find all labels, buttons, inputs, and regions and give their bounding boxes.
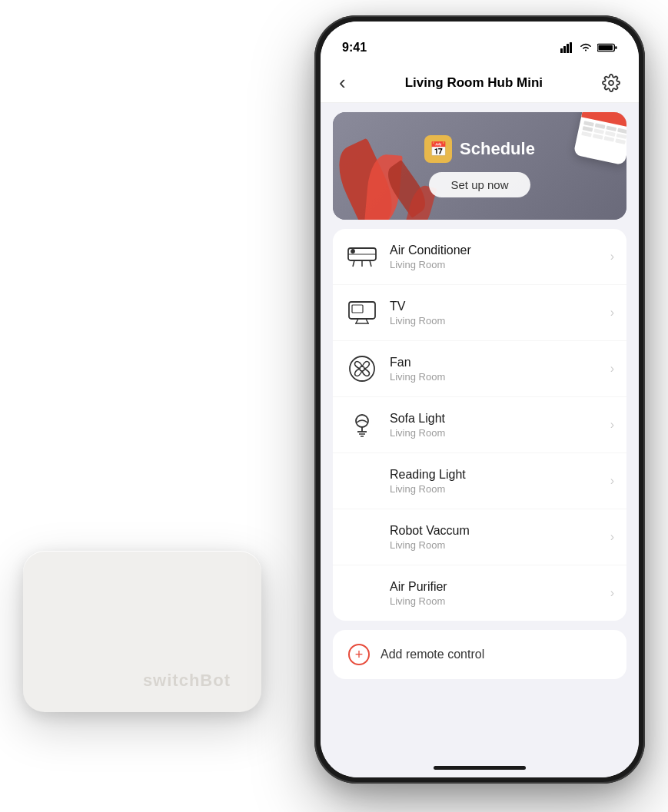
tv-info: TV Living Room bbox=[390, 300, 610, 326]
status-icons bbox=[560, 42, 617, 53]
signal-icon bbox=[560, 42, 574, 53]
reading-light-chevron-icon: › bbox=[610, 474, 614, 488]
add-remote-icon: + bbox=[348, 644, 370, 665]
svg-line-10 bbox=[353, 260, 354, 267]
status-bar: 9:41 bbox=[321, 22, 639, 63]
ac-chevron-icon: › bbox=[610, 250, 614, 263]
screen-content: 📅 Schedule Set up now bbox=[321, 103, 639, 777]
svg-rect-14 bbox=[349, 302, 375, 319]
robot-vaccum-icon bbox=[345, 520, 379, 554]
tv-room: Living Room bbox=[390, 315, 610, 326]
svg-rect-2 bbox=[567, 44, 569, 53]
add-remote-label: Add remote control bbox=[381, 648, 484, 661]
fan-icon bbox=[345, 352, 379, 386]
svg-rect-0 bbox=[560, 48, 563, 53]
back-button[interactable]: ‹ bbox=[339, 71, 346, 94]
sofa-light-info: Sofa Light Living Room bbox=[390, 412, 610, 439]
ac-icon bbox=[345, 240, 379, 273]
nav-bar: ‹ Living Room Hub Mini bbox=[321, 63, 639, 103]
svg-point-7 bbox=[609, 81, 613, 85]
home-indicator bbox=[434, 766, 526, 770]
sofa-light-chevron-icon: › bbox=[610, 418, 614, 432]
fan-room: Living Room bbox=[390, 371, 610, 383]
svg-rect-5 bbox=[615, 46, 616, 49]
battery-icon bbox=[597, 42, 617, 53]
settings-icon[interactable] bbox=[602, 74, 620, 92]
reading-light-room: Living Room bbox=[390, 483, 610, 495]
air-purifier-name: Air Purifier bbox=[390, 580, 610, 594]
sofa-light-name: Sofa Light bbox=[390, 412, 610, 426]
reading-light-info: Reading Light Living Room bbox=[390, 468, 610, 495]
add-remote-section[interactable]: + Add remote control bbox=[333, 630, 626, 679]
hub-brand-label: switchBot bbox=[143, 671, 231, 691]
reading-light-name: Reading Light bbox=[390, 468, 610, 482]
sofa-light-room: Living Room bbox=[390, 427, 610, 439]
air-purifier-room: Living Room bbox=[390, 595, 610, 607]
device-item-air-purifier[interactable]: Air Purifier Living Room › bbox=[333, 565, 626, 621]
svg-line-12 bbox=[370, 260, 371, 267]
air-purifier-info: Air Purifier Living Room bbox=[390, 580, 610, 607]
hub-device: switchBot bbox=[23, 551, 261, 712]
robot-vaccum-info: Robot Vaccum Living Room bbox=[390, 524, 610, 551]
phone-container: 9:41 bbox=[314, 15, 645, 784]
tv-icon bbox=[345, 296, 379, 330]
robot-vaccum-room: Living Room bbox=[390, 539, 610, 551]
device-item-tv[interactable]: TV Living Room › bbox=[333, 285, 626, 341]
schedule-card[interactable]: 📅 Schedule Set up now bbox=[333, 112, 626, 220]
device-item-sofa-light[interactable]: Sofa Light Living Room › bbox=[333, 397, 626, 453]
device-list: Air Conditioner Living Room › bbox=[333, 229, 626, 621]
ac-room: Living Room bbox=[390, 259, 610, 270]
air-purifier-icon bbox=[345, 576, 379, 610]
sofa-light-icon bbox=[345, 408, 379, 442]
robot-vaccum-name: Robot Vaccum bbox=[390, 524, 610, 538]
tv-chevron-icon: › bbox=[610, 306, 614, 320]
reading-light-icon bbox=[345, 464, 379, 498]
device-item-robot-vaccum[interactable]: Robot Vaccum Living Room › bbox=[333, 509, 626, 565]
svg-rect-6 bbox=[598, 45, 613, 51]
tv-name: TV bbox=[390, 300, 610, 313]
phone-frame: 9:41 bbox=[314, 15, 645, 784]
setup-now-button[interactable]: Set up now bbox=[429, 172, 530, 197]
schedule-label: Schedule bbox=[460, 139, 535, 159]
phone-screen: 9:41 bbox=[321, 22, 639, 777]
svg-point-19 bbox=[350, 356, 374, 381]
device-item-ac[interactable]: Air Conditioner Living Room › bbox=[333, 229, 626, 285]
svg-point-13 bbox=[351, 250, 354, 253]
svg-rect-3 bbox=[570, 42, 572, 53]
fan-name: Fan bbox=[390, 356, 610, 370]
ac-info: Air Conditioner Living Room bbox=[390, 244, 610, 270]
wifi-icon bbox=[579, 42, 593, 53]
ac-name: Air Conditioner bbox=[390, 244, 610, 257]
robot-vaccum-chevron-icon: › bbox=[610, 530, 614, 544]
fan-info: Fan Living Room bbox=[390, 356, 610, 383]
phone-inner: 9:41 bbox=[321, 22, 639, 777]
air-purifier-chevron-icon: › bbox=[610, 586, 614, 600]
svg-point-20 bbox=[360, 366, 364, 371]
nav-title: Living Room Hub Mini bbox=[405, 75, 543, 91]
fan-chevron-icon: › bbox=[610, 362, 614, 376]
svg-rect-1 bbox=[563, 46, 566, 53]
device-item-reading-light[interactable]: Reading Light Living Room › bbox=[333, 453, 626, 509]
status-time: 9:41 bbox=[342, 41, 367, 55]
device-item-fan[interactable]: Fan Living Room › bbox=[333, 341, 626, 397]
svg-rect-18 bbox=[352, 305, 363, 313]
